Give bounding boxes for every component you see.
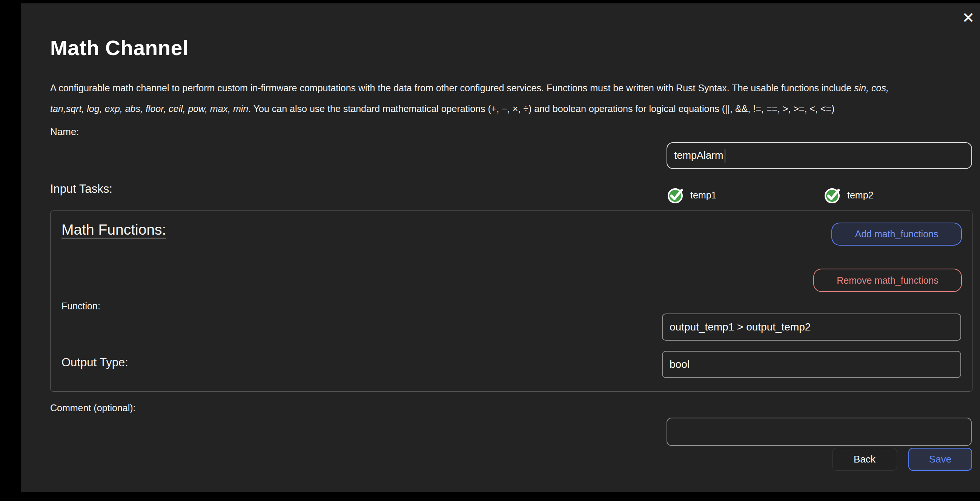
comment-input[interactable] [667, 418, 972, 446]
output-type-input-value: bool [670, 358, 690, 371]
function-input[interactable]: output_temp1 > output_temp2 [662, 313, 961, 341]
input-tasks-label: Input Tasks: [50, 182, 112, 196]
function-label: Function: [62, 301, 100, 312]
comment-label: Comment (optional): [50, 402, 135, 414]
check-circle-icon [667, 186, 685, 204]
page-title: Math Channel [50, 36, 189, 60]
task-label: temp1 [690, 190, 716, 201]
close-icon[interactable]: ✕ [958, 8, 979, 27]
check-circle-icon [824, 186, 842, 204]
description-text: A configurable math channel to perform c… [50, 78, 980, 119]
name-label: Name: [50, 126, 79, 138]
output-type-input[interactable]: bool [662, 351, 961, 378]
text-cursor [725, 149, 726, 162]
name-input[interactable]: tempAlarm [667, 142, 972, 169]
description-line-1: A configurable math channel to perform c… [50, 78, 980, 99]
output-type-label: Output Type: [62, 356, 128, 369]
description-line-2: tan,sqrt, log, exp, abs, floor, ceil, po… [50, 99, 980, 119]
name-input-value: tempAlarm [674, 150, 724, 161]
add-math-functions-button[interactable]: Add math_functions [831, 223, 962, 246]
back-button[interactable]: Back [832, 448, 897, 471]
save-button[interactable]: Save [908, 448, 972, 471]
input-task-temp1[interactable]: temp1 [667, 186, 716, 204]
math-functions-heading: Math Functions: [62, 221, 166, 238]
input-task-temp2[interactable]: temp2 [824, 186, 873, 204]
math-channel-modal: ✕ Math Channel A configurable math chann… [21, 3, 980, 492]
function-input-value: output_temp1 > output_temp2 [670, 321, 811, 333]
remove-math-functions-button[interactable]: Remove math_functions [813, 269, 962, 292]
task-label: temp2 [847, 190, 873, 201]
